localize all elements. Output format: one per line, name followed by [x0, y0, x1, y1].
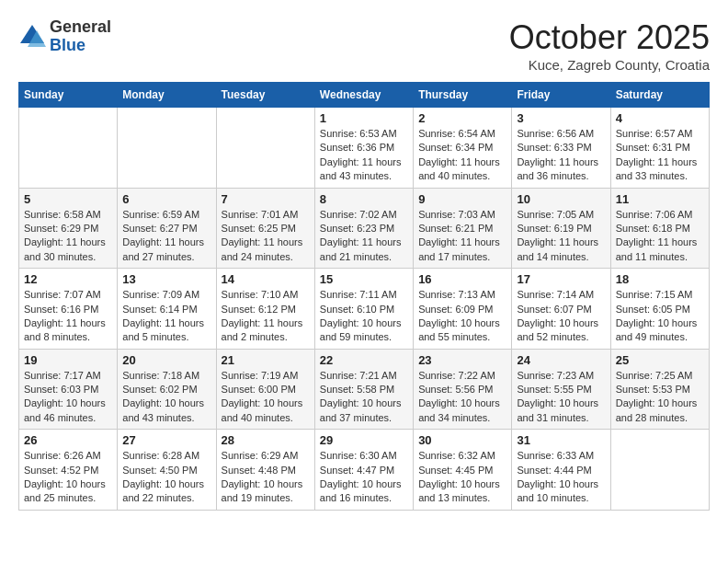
day-info: Sunrise: 7:21 AM Sunset: 5:58 PM Dayligh… [320, 369, 408, 426]
day-number: 25 [616, 353, 704, 367]
day-number: 8 [320, 192, 408, 206]
day-number: 21 [222, 353, 310, 367]
week-row-3: 12Sunrise: 7:07 AM Sunset: 6:16 PM Dayli… [19, 269, 710, 350]
weekday-header-friday: Friday [512, 83, 610, 108]
day-number: 13 [122, 272, 210, 286]
calendar-cell [118, 108, 216, 189]
day-info: Sunrise: 6:53 AM Sunset: 6:36 PM Dayligh… [320, 127, 408, 184]
calendar-cell: 11Sunrise: 7:06 AM Sunset: 6:18 PM Dayli… [610, 188, 709, 269]
day-info: Sunrise: 7:17 AM Sunset: 6:03 PM Dayligh… [24, 369, 112, 426]
page-header: General Blue October 2025 Kuce, Zagreb C… [18, 18, 710, 73]
day-number: 3 [517, 111, 605, 125]
day-info: Sunrise: 7:10 AM Sunset: 6:12 PM Dayligh… [222, 288, 310, 345]
logo-text: General Blue [50, 18, 111, 55]
calendar-cell [216, 108, 314, 189]
calendar-cell: 22Sunrise: 7:21 AM Sunset: 5:58 PM Dayli… [314, 349, 413, 430]
weekday-header-sunday: Sunday [19, 83, 118, 108]
day-info: Sunrise: 7:01 AM Sunset: 6:25 PM Dayligh… [222, 208, 310, 265]
day-number: 15 [320, 272, 408, 286]
logo-icon [18, 23, 46, 51]
weekday-header-monday: Monday [118, 83, 216, 108]
calendar-cell: 2Sunrise: 6:54 AM Sunset: 6:34 PM Daylig… [414, 108, 512, 189]
calendar-cell: 26Sunrise: 6:26 AM Sunset: 4:52 PM Dayli… [19, 430, 118, 511]
day-number: 30 [418, 433, 506, 447]
day-number: 24 [517, 353, 605, 367]
logo-blue-text: Blue [50, 37, 111, 55]
week-row-5: 26Sunrise: 6:26 AM Sunset: 4:52 PM Dayli… [19, 430, 710, 511]
day-number: 22 [320, 353, 408, 367]
day-number: 18 [616, 272, 704, 286]
day-number: 5 [24, 192, 112, 206]
calendar-cell: 21Sunrise: 7:19 AM Sunset: 6:00 PM Dayli… [216, 349, 314, 430]
day-info: Sunrise: 7:13 AM Sunset: 6:09 PM Dayligh… [418, 288, 506, 345]
day-number: 14 [222, 272, 310, 286]
day-info: Sunrise: 6:26 AM Sunset: 4:52 PM Dayligh… [24, 449, 112, 506]
week-row-2: 5Sunrise: 6:58 AM Sunset: 6:29 PM Daylig… [19, 188, 710, 269]
day-number: 19 [24, 353, 112, 367]
calendar-cell: 25Sunrise: 7:25 AM Sunset: 5:53 PM Dayli… [610, 349, 709, 430]
calendar-cell [610, 430, 709, 511]
day-info: Sunrise: 6:59 AM Sunset: 6:27 PM Dayligh… [122, 208, 210, 265]
day-number: 4 [616, 111, 704, 125]
day-info: Sunrise: 6:58 AM Sunset: 6:29 PM Dayligh… [24, 208, 112, 265]
day-info: Sunrise: 7:25 AM Sunset: 5:53 PM Dayligh… [616, 369, 704, 426]
calendar-cell: 3Sunrise: 6:56 AM Sunset: 6:33 PM Daylig… [512, 108, 610, 189]
calendar-cell: 31Sunrise: 6:33 AM Sunset: 4:44 PM Dayli… [512, 430, 610, 511]
day-info: Sunrise: 6:28 AM Sunset: 4:50 PM Dayligh… [122, 449, 210, 506]
calendar-cell: 9Sunrise: 7:03 AM Sunset: 6:21 PM Daylig… [414, 188, 512, 269]
day-info: Sunrise: 7:19 AM Sunset: 6:00 PM Dayligh… [222, 369, 310, 426]
day-info: Sunrise: 6:32 AM Sunset: 4:45 PM Dayligh… [418, 449, 506, 506]
weekday-header-wednesday: Wednesday [314, 83, 413, 108]
calendar-cell: 18Sunrise: 7:15 AM Sunset: 6:05 PM Dayli… [610, 269, 709, 350]
day-info: Sunrise: 7:18 AM Sunset: 6:02 PM Dayligh… [122, 369, 210, 426]
day-number: 9 [418, 192, 506, 206]
day-number: 6 [122, 192, 210, 206]
calendar-cell: 17Sunrise: 7:14 AM Sunset: 6:07 PM Dayli… [512, 269, 610, 350]
calendar-cell: 28Sunrise: 6:29 AM Sunset: 4:48 PM Dayli… [216, 430, 314, 511]
weekday-header-row: SundayMondayTuesdayWednesdayThursdayFrid… [19, 83, 710, 108]
day-info: Sunrise: 7:15 AM Sunset: 6:05 PM Dayligh… [616, 288, 704, 345]
day-info: Sunrise: 7:23 AM Sunset: 5:55 PM Dayligh… [517, 369, 605, 426]
day-number: 27 [122, 433, 210, 447]
day-info: Sunrise: 7:02 AM Sunset: 6:23 PM Dayligh… [320, 208, 408, 265]
calendar-cell: 14Sunrise: 7:10 AM Sunset: 6:12 PM Dayli… [216, 269, 314, 350]
calendar-cell: 4Sunrise: 6:57 AM Sunset: 6:31 PM Daylig… [610, 108, 709, 189]
day-info: Sunrise: 7:11 AM Sunset: 6:10 PM Dayligh… [320, 288, 408, 345]
day-info: Sunrise: 7:03 AM Sunset: 6:21 PM Dayligh… [418, 208, 506, 265]
day-number: 1 [320, 111, 408, 125]
calendar-cell: 12Sunrise: 7:07 AM Sunset: 6:16 PM Dayli… [19, 269, 118, 350]
day-info: Sunrise: 7:06 AM Sunset: 6:18 PM Dayligh… [616, 208, 704, 265]
day-info: Sunrise: 6:57 AM Sunset: 6:31 PM Dayligh… [616, 127, 704, 184]
day-info: Sunrise: 7:14 AM Sunset: 6:07 PM Dayligh… [517, 288, 605, 345]
day-info: Sunrise: 7:09 AM Sunset: 6:14 PM Dayligh… [122, 288, 210, 345]
week-row-4: 19Sunrise: 7:17 AM Sunset: 6:03 PM Dayli… [19, 349, 710, 430]
day-info: Sunrise: 7:07 AM Sunset: 6:16 PM Dayligh… [24, 288, 112, 345]
calendar-cell: 13Sunrise: 7:09 AM Sunset: 6:14 PM Dayli… [118, 269, 216, 350]
calendar-cell: 7Sunrise: 7:01 AM Sunset: 6:25 PM Daylig… [216, 188, 314, 269]
location-text: Kuce, Zagreb County, Croatia [509, 57, 710, 73]
day-number: 10 [517, 192, 605, 206]
day-number: 29 [320, 433, 408, 447]
calendar-cell: 16Sunrise: 7:13 AM Sunset: 6:09 PM Dayli… [414, 269, 512, 350]
day-number: 20 [122, 353, 210, 367]
calendar-cell: 24Sunrise: 7:23 AM Sunset: 5:55 PM Dayli… [512, 349, 610, 430]
calendar-cell: 29Sunrise: 6:30 AM Sunset: 4:47 PM Dayli… [314, 430, 413, 511]
calendar-cell: 27Sunrise: 6:28 AM Sunset: 4:50 PM Dayli… [118, 430, 216, 511]
logo: General Blue [18, 18, 111, 55]
day-number: 23 [418, 353, 506, 367]
day-number: 16 [418, 272, 506, 286]
day-number: 2 [418, 111, 506, 125]
calendar-cell: 6Sunrise: 6:59 AM Sunset: 6:27 PM Daylig… [118, 188, 216, 269]
day-info: Sunrise: 6:29 AM Sunset: 4:48 PM Dayligh… [222, 449, 310, 506]
calendar-cell: 30Sunrise: 6:32 AM Sunset: 4:45 PM Dayli… [414, 430, 512, 511]
day-info: Sunrise: 7:22 AM Sunset: 5:56 PM Dayligh… [418, 369, 506, 426]
calendar-cell [19, 108, 118, 189]
calendar-cell: 23Sunrise: 7:22 AM Sunset: 5:56 PM Dayli… [414, 349, 512, 430]
day-number: 12 [24, 272, 112, 286]
title-block: October 2025 Kuce, Zagreb County, Croati… [509, 18, 710, 73]
day-number: 11 [616, 192, 704, 206]
day-number: 7 [222, 192, 310, 206]
weekday-header-thursday: Thursday [414, 83, 512, 108]
calendar-cell: 8Sunrise: 7:02 AM Sunset: 6:23 PM Daylig… [314, 188, 413, 269]
weekday-header-tuesday: Tuesday [216, 83, 314, 108]
